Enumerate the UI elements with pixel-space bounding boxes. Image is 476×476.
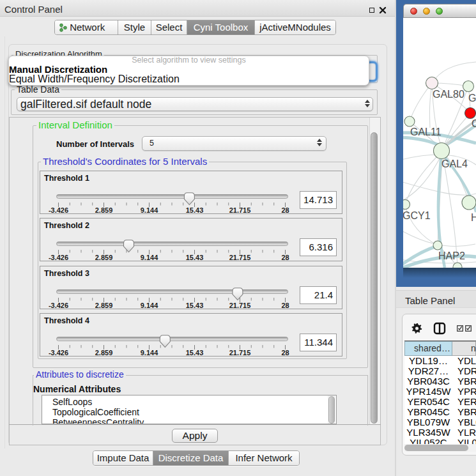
svg-text:GCY1: GCY1: [403, 210, 431, 221]
svg-text:HAP2: HAP2: [438, 250, 465, 261]
svg-text:GAL11: GAL11: [410, 127, 441, 137]
svg-text:GAL80: GAL80: [433, 89, 464, 100]
svg-text:HI: HI: [471, 212, 476, 223]
svg-text:28: 28: [281, 302, 289, 309]
svg-text:2.859: 2.859: [95, 349, 113, 357]
svg-text:21.715: 21.715: [229, 349, 251, 357]
svg-text:21.715: 21.715: [229, 206, 251, 214]
svg-text:2.859: 2.859: [95, 302, 113, 309]
svg-text:9.144: 9.144: [141, 254, 158, 261]
svg-text:15.43: 15.43: [186, 206, 204, 214]
svg-text:9.144: 9.144: [141, 349, 158, 357]
svg-text:28: 28: [281, 349, 289, 357]
svg-text:2.859: 2.859: [95, 206, 113, 214]
svg-text:GAL4: GAL4: [441, 158, 468, 169]
svg-text:-3.426: -3.426: [49, 349, 68, 357]
svg-text:28: 28: [281, 206, 289, 214]
svg-text:15.43: 15.43: [186, 302, 204, 309]
svg-text:2.859: 2.859: [95, 254, 113, 261]
svg-text:21.715: 21.715: [229, 254, 251, 261]
svg-text:9.144: 9.144: [141, 302, 158, 309]
svg-text:15.43: 15.43: [186, 349, 204, 357]
svg-text:GA: GA: [468, 93, 476, 104]
svg-text:-3.426: -3.426: [49, 302, 68, 309]
svg-text:9.144: 9.144: [141, 206, 158, 214]
svg-text:-3.426: -3.426: [49, 254, 68, 261]
svg-text:21.715: 21.715: [229, 302, 251, 309]
svg-text:28: 28: [281, 254, 289, 261]
svg-text:C: C: [472, 118, 476, 129]
svg-text:15.43: 15.43: [186, 254, 204, 261]
svg-text:-3.426: -3.426: [49, 206, 68, 214]
